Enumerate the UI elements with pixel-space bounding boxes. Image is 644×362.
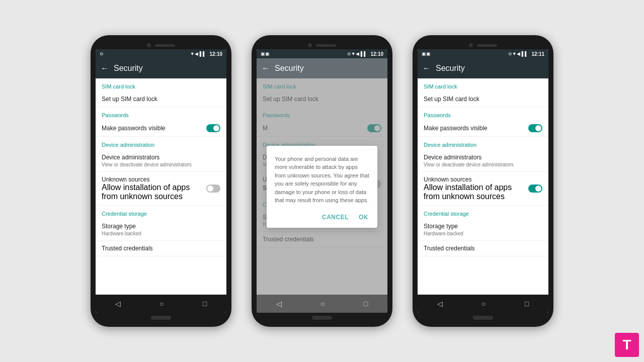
nav-bar-left: ◁ ○ □ [96, 295, 226, 313]
status-left-icons-right: ▣▣ [422, 51, 431, 56]
phone-speaker-mid [316, 44, 336, 47]
setting-sim-title-left: Set up SIM card lock [102, 96, 220, 103]
section-header-cred-right: Credential storage [418, 206, 548, 219]
back-button-right[interactable]: ← [423, 64, 431, 73]
setting-device-admins-left[interactable]: Device administrators View or deactivate… [96, 150, 226, 172]
setting-storage-sub-left: Hardware-backed [102, 231, 220, 236]
app-bar-mid: ← Security [257, 58, 387, 78]
setting-sim-title-right: Set up SIM card lock [424, 96, 542, 103]
phone-bottom-left [96, 313, 226, 322]
setting-passwords-left[interactable]: Make passwords visible [96, 120, 226, 137]
section-header-sim-right: SIM card lock [418, 78, 548, 92]
section-header-cred-left: Credential storage [96, 206, 226, 219]
setting-unknown-sources-right[interactable]: Unknown sources Allow installation of ap… [418, 172, 548, 206]
setting-device-admins-title-left: Device administrators [102, 154, 220, 161]
nav-home-left[interactable]: ○ [159, 300, 164, 308]
setting-passwords-title-left: Make passwords visible [102, 125, 166, 132]
screen-content-right: SIM card lock Set up SIM card lock Passw… [418, 78, 548, 295]
status-time-mid: 12:10 [370, 51, 383, 57]
status-bar-mid: ▣▣ ⊖▼◀ ▌▌ 12:10 [257, 49, 387, 58]
app-bar-left: ← Security [96, 58, 226, 78]
phone-camera-right [469, 43, 473, 47]
home-button-mid [312, 316, 332, 320]
nav-recent-right[interactable]: □ [525, 300, 529, 308]
dialog-ok-button[interactable]: OK [358, 212, 369, 223]
screen-content-mid: SIM card lock Set up SIM card lock Passw… [257, 78, 387, 295]
setting-trusted-title-right: Trusted credentials [424, 245, 542, 252]
app-bar-right: ← Security [418, 58, 548, 78]
status-battery-icon: ▌▌ [200, 51, 206, 56]
app-title-left: Security [114, 64, 143, 73]
phone-camera-mid [308, 43, 312, 47]
setting-unknown-sources-left[interactable]: Unknown sources Allow installation of ap… [96, 172, 226, 206]
phone-bottom-right [418, 313, 548, 322]
status-bar-left: ⊖ ▼◀ ▌▌ 12:10 [96, 49, 226, 58]
nav-home-mid[interactable]: ○ [320, 300, 325, 308]
section-header-passwords-left: Passwords [96, 107, 226, 120]
nav-bar-mid: ◁ ○ □ [257, 295, 387, 313]
nav-recent-mid[interactable]: □ [364, 300, 368, 308]
phone-screen-right: ▣▣ ⊖▼◀ ▌▌ 12:11 ← Security SIM card lock… [418, 49, 548, 313]
phone-speaker [155, 44, 175, 47]
setting-storage-right[interactable]: Storage type Hardware-backed [418, 219, 548, 241]
status-signal-right: ⊖▼◀ [508, 51, 520, 56]
toggle-passwords-left[interactable] [206, 124, 220, 132]
app-title-right: Security [436, 64, 465, 73]
setting-trusted-creds-left[interactable]: Trusted credentials [96, 241, 226, 256]
phone-middle: ▣▣ ⊖▼◀ ▌▌ 12:10 ← Security SIM card lock… [252, 35, 392, 327]
setting-unknown-sub-right: Allow installation of apps from unknown … [424, 183, 528, 201]
setting-unknown-title-right: Unknown sources [424, 176, 528, 183]
setting-storage-title-left: Storage type [102, 223, 220, 230]
setting-storage-sub-right: Hardware-backed [424, 231, 542, 236]
screen-content-left: SIM card lock Set up SIM card lock Passw… [96, 78, 226, 295]
toggle-unknown-sources-right[interactable] [528, 185, 542, 193]
setting-sim-setup-left[interactable]: Set up SIM card lock [96, 92, 226, 107]
toggle-unknown-sources-left[interactable] [206, 185, 220, 193]
section-header-device-left: Device administration [96, 137, 226, 150]
phone-middle-wrapper: ▣▣ ⊖▼◀ ▌▌ 12:10 ← Security SIM card lock… [252, 35, 392, 327]
section-header-device-right: Device administration [418, 137, 548, 150]
nav-back-mid[interactable]: ◁ [276, 300, 282, 308]
phone-top-bar-right [418, 40, 548, 49]
status-bar-right: ▣▣ ⊖▼◀ ▌▌ 12:11 [418, 49, 548, 58]
phone-left: ⊖ ▼◀ ▌▌ 12:10 ← Security SIM card lock S… [91, 35, 231, 327]
setting-trusted-right[interactable]: Trusted credentials [418, 241, 548, 256]
setting-device-sub-right: View or deactivate device administrators [424, 162, 542, 167]
section-header-passwords-right: Passwords [418, 107, 548, 120]
setting-sim-right[interactable]: Set up SIM card lock [418, 92, 548, 107]
setting-device-admins-right[interactable]: Device administrators View or deactivate… [418, 150, 548, 172]
status-time-left: 12:10 [209, 51, 222, 57]
home-button-left [151, 316, 171, 320]
setting-trusted-title-left: Trusted credentials [102, 245, 220, 252]
home-button-right [473, 316, 493, 320]
dialog-cancel-button[interactable]: CANCEL [321, 212, 350, 223]
setting-device-title-right: Device administrators [424, 154, 542, 161]
toggle-passwords-right[interactable] [528, 124, 542, 132]
watermark-letter: T [622, 337, 631, 353]
nav-recent-left[interactable]: □ [203, 300, 207, 308]
phone-bottom-mid [257, 313, 387, 322]
status-time-right: 12:11 [531, 51, 544, 57]
status-signal-icon: ▼◀ [190, 51, 198, 56]
phone-screen-left: ⊖ ▼◀ ▌▌ 12:10 ← Security SIM card lock S… [96, 49, 226, 313]
back-button-mid[interactable]: ← [262, 64, 270, 73]
nav-back-right[interactable]: ◁ [437, 300, 443, 308]
dialog-buttons: CANCEL OK [275, 212, 369, 223]
phone-right-wrapper: ▣▣ ⊖▼◀ ▌▌ 12:11 ← Security SIM card lock… [413, 35, 553, 327]
setting-unknown-sources-text-left: Unknown sources Allow installation of ap… [102, 176, 206, 201]
setting-device-admins-sub-left: View or deactivate device administrators [102, 162, 220, 167]
phone-top-bar [96, 40, 226, 49]
nav-home-right[interactable]: ○ [481, 300, 486, 308]
setting-storage-title-right: Storage type [424, 223, 542, 230]
dialog-box: Your phone and personal data are more vu… [267, 146, 377, 228]
setting-storage-type-left[interactable]: Storage type Hardware-backed [96, 219, 226, 241]
setting-unknown-sources-sub-left: Allow installation of apps from unknown … [102, 183, 206, 201]
status-battery-mid: ▌▌ [361, 51, 367, 56]
nav-back-left[interactable]: ◁ [115, 300, 121, 308]
watermark: T [615, 333, 639, 357]
app-title-mid: Security [275, 64, 304, 73]
phone-speaker-right [477, 44, 497, 47]
setting-passwords-right[interactable]: Make passwords visible [418, 120, 548, 137]
back-button-left[interactable]: ← [101, 64, 109, 73]
setting-unknown-text-right: Unknown sources Allow installation of ap… [424, 176, 528, 201]
